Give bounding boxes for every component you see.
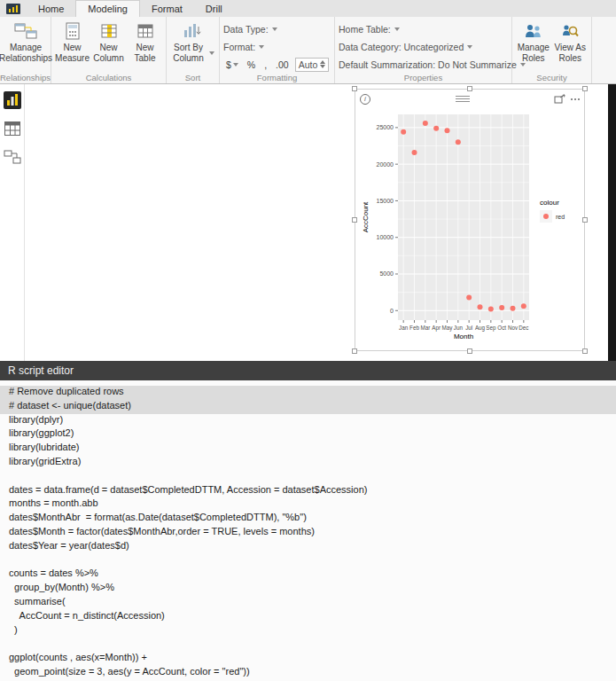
- focus-mode-icon[interactable]: [554, 94, 565, 104]
- svg-text:AccCount: AccCount: [362, 201, 370, 232]
- ribbon-group-relationships: Manage Relationships Relationships: [0, 17, 51, 83]
- resize-handle[interactable]: [352, 217, 357, 223]
- r-script-editor-title: R script editor: [8, 364, 74, 377]
- svg-text:Mar: Mar: [420, 325, 430, 331]
- decimal-places-spinner[interactable]: Auto: [295, 58, 330, 72]
- format-dropdown[interactable]: Format:: [223, 40, 329, 55]
- data-view-button[interactable]: [4, 120, 21, 137]
- code-line[interactable]: library(gridExtra): [0, 456, 616, 470]
- powerbi-window: Home Modeling Format Drill Manage Relati…: [0, 0, 616, 681]
- resize-handle[interactable]: [582, 217, 588, 223]
- code-line[interactable]: [0, 638, 616, 652]
- new-table-button[interactable]: New Table: [128, 20, 162, 72]
- code-line[interactable]: dates$Year = year(dates$d): [0, 540, 616, 554]
- data-view-icon: [4, 121, 20, 136]
- new-column-icon: [101, 23, 117, 39]
- group-label-sort: Sort: [167, 73, 219, 82]
- data-category-label: Data Category: Uncategorized: [339, 42, 464, 52]
- thousands-separator-button[interactable]: ,: [261, 59, 269, 70]
- percent-format-button[interactable]: %: [245, 59, 258, 70]
- tab-home[interactable]: Home: [27, 0, 75, 17]
- manage-relationships-label: Manage Relationships: [0, 43, 52, 63]
- report-view-button[interactable]: [4, 91, 21, 109]
- chevron-down-icon: [209, 51, 214, 55]
- svg-text:colour: colour: [540, 199, 559, 207]
- view-switcher-rail: [0, 84, 25, 361]
- code-line[interactable]: [0, 554, 616, 568]
- chevron-down-icon: [272, 27, 277, 31]
- currency-format-button[interactable]: $: [223, 59, 241, 70]
- chevron-down-icon: [233, 63, 238, 67]
- code-line[interactable]: geom_point(size = 3, aes(y = AccCount, c…: [0, 666, 616, 680]
- code-line[interactable]: summarise(: [0, 596, 616, 610]
- drag-handle-icon[interactable]: [370, 96, 554, 102]
- main-area: i 0500010000150002000025000JanFebMarAprM…: [0, 84, 616, 361]
- view-as-roles-icon: [561, 23, 579, 39]
- code-line[interactable]: counts = dates %>%: [0, 568, 616, 582]
- auto-label: Auto: [299, 59, 318, 70]
- format-label: Format:: [223, 42, 255, 52]
- code-line[interactable]: dates = data.frame(d = dataset$Completed…: [0, 484, 616, 498]
- code-line[interactable]: # dataset <- unique(dataset): [0, 400, 616, 414]
- new-table-label: New Table: [128, 43, 162, 63]
- report-canvas[interactable]: i 0500010000150002000025000JanFebMarAprM…: [25, 84, 608, 361]
- currency-label: $: [226, 59, 231, 70]
- tab-drill[interactable]: Drill: [194, 0, 234, 17]
- ribbon-group-properties: Home Table: Data Category: Uncategorized…: [335, 17, 512, 83]
- code-line[interactable]: AccCount = n_distinct(Accession): [0, 610, 616, 624]
- new-measure-button[interactable]: New Measure: [55, 20, 90, 72]
- new-table-icon: [137, 23, 153, 39]
- spinner-up-icon[interactable]: [320, 60, 325, 64]
- resize-handle[interactable]: [582, 348, 588, 354]
- manage-relationships-button[interactable]: Manage Relationships: [4, 20, 48, 72]
- svg-text:Dec: Dec: [519, 325, 528, 331]
- resize-handle[interactable]: [352, 348, 357, 354]
- svg-text:Apr: Apr: [432, 325, 441, 332]
- svg-text:Oct: Oct: [497, 325, 506, 331]
- home-table-dropdown[interactable]: Home Table:: [339, 22, 526, 37]
- data-type-label: Data Type:: [223, 24, 269, 35]
- code-line[interactable]: library(ggplot2): [0, 427, 616, 442]
- spinner-down-icon[interactable]: [320, 65, 325, 68]
- model-view-button[interactable]: [4, 148, 21, 166]
- data-type-dropdown[interactable]: Data Type:: [223, 22, 329, 37]
- sort-by-column-button[interactable]: Sort By Column: [170, 20, 214, 72]
- tab-modeling[interactable]: Modeling: [75, 0, 140, 17]
- tab-format[interactable]: Format: [140, 0, 194, 17]
- code-line[interactable]: [0, 470, 616, 484]
- r-script-editor-header[interactable]: R script editor: [0, 361, 616, 380]
- code-line[interactable]: library(dplyr): [0, 414, 616, 428]
- svg-text:Aug: Aug: [475, 325, 486, 332]
- default-summarization-dropdown[interactable]: Default Summarization: Do Not Summarize: [339, 57, 526, 72]
- code-line[interactable]: months = month.abb: [0, 497, 616, 512]
- svg-text:Jan: Jan: [399, 325, 409, 331]
- group-label-calculations: Calculations: [51, 73, 166, 82]
- view-as-roles-label: View As Roles: [553, 43, 589, 63]
- decimal-places-button[interactable]: .00: [273, 59, 292, 70]
- r-visual[interactable]: i 0500010000150002000025000JanFebMarAprM…: [355, 89, 585, 351]
- resize-handle[interactable]: [582, 86, 588, 91]
- code-line[interactable]: ): [0, 624, 616, 638]
- data-category-dropdown[interactable]: Data Category: Uncategorized: [339, 40, 526, 55]
- new-measure-icon: [66, 22, 80, 40]
- info-icon[interactable]: i: [360, 94, 370, 105]
- code-line[interactable]: library(lubridate): [0, 442, 616, 456]
- code-line[interactable]: # Remove duplicated rows: [0, 386, 616, 400]
- svg-text:15000: 15000: [377, 198, 394, 204]
- code-line[interactable]: ggplot(counts , aes(x=Month)) +: [0, 652, 616, 666]
- view-as-roles-button[interactable]: View As Roles: [553, 20, 589, 72]
- resize-handle[interactable]: [467, 86, 472, 91]
- collapsed-pane-strip[interactable]: [608, 84, 616, 361]
- r-script-code-area[interactable]: # Remove duplicated rows# dataset <- uni…: [0, 380, 616, 681]
- resize-handle[interactable]: [352, 86, 357, 91]
- sort-by-column-icon: [183, 23, 201, 39]
- code-line[interactable]: group_by(Month) %>%: [0, 582, 616, 596]
- new-column-button[interactable]: New Column: [91, 20, 126, 72]
- more-options-icon[interactable]: [571, 98, 580, 100]
- code-line[interactable]: dates$MonthAbr = format(as.Date(dataset$…: [0, 512, 616, 526]
- svg-text:red: red: [556, 214, 565, 220]
- app-icon: [6, 4, 20, 14]
- app-menu-button[interactable]: [0, 0, 27, 17]
- code-line[interactable]: dates$Month = factor(dates$MonthAbr,orde…: [0, 526, 616, 540]
- manage-roles-button[interactable]: Manage Roles: [516, 20, 551, 72]
